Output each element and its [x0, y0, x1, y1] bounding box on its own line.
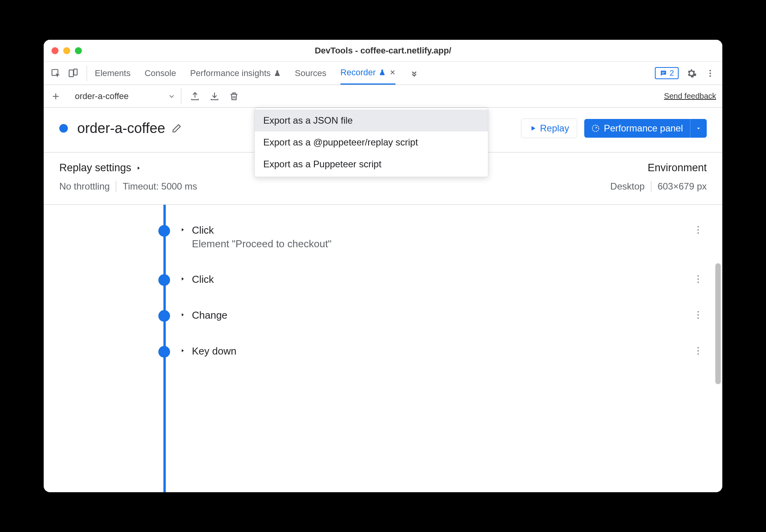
gauge-icon [591, 124, 600, 133]
chevron-down-icon [168, 92, 176, 100]
tab-label: Elements [95, 68, 131, 78]
recording-title-row: order-a-coffee Replay Performance panel … [44, 108, 722, 153]
svg-rect-4 [662, 73, 664, 73]
recording-status-dot [59, 124, 68, 133]
svg-point-5 [709, 70, 711, 71]
tab-elements[interactable]: Elements [95, 62, 131, 85]
svg-rect-1 [69, 70, 73, 76]
export-menu: Export as a JSON file Export as a @puppe… [254, 108, 488, 177]
flask-icon [379, 69, 386, 76]
more-tabs-button[interactable] [410, 62, 419, 85]
step-title: Click [192, 224, 722, 236]
step-subtitle: Element "Proceed to checkout" [192, 238, 722, 250]
performance-panel-button[interactable]: Performance panel [584, 119, 690, 138]
expand-step-icon[interactable] [179, 227, 186, 233]
step-menu-button[interactable]: ⋮ [693, 309, 703, 320]
step-row[interactable]: Change ⋮ [44, 298, 722, 333]
scrollbar-track[interactable] [715, 205, 722, 492]
device-value: Desktop [610, 181, 651, 192]
performance-dropdown-button[interactable] [690, 119, 707, 138]
tabs: Elements Console Performance insights So… [95, 62, 647, 85]
tab-label: Performance insights [190, 68, 271, 78]
inspect-element-icon[interactable] [50, 67, 62, 79]
steps-area: Click Element "Proceed to checkout" ⋮ Cl… [44, 205, 722, 492]
import-button[interactable] [209, 90, 220, 102]
viewport-value: 603×679 px [651, 181, 707, 192]
scrollbar-thumb[interactable] [715, 263, 721, 384]
throttling-value: No throttling [59, 181, 116, 192]
step-row[interactable]: Key down ⋮ [44, 333, 722, 369]
recording-name: order-a-coffee [75, 91, 129, 101]
edit-title-button[interactable] [171, 123, 182, 134]
step-title: Key down [192, 345, 722, 357]
step-dot [158, 346, 170, 358]
tab-label: Recorder [340, 67, 376, 78]
window-close-button[interactable] [51, 47, 59, 54]
expand-step-icon[interactable] [179, 312, 186, 318]
export-json-item[interactable]: Export as a JSON file [255, 110, 488, 131]
tab-sources[interactable]: Sources [295, 62, 326, 85]
tab-label: Sources [295, 68, 326, 78]
svg-point-7 [709, 75, 711, 77]
issues-badge[interactable]: 2 [655, 67, 679, 79]
export-puppeteer-item[interactable]: Export as a Puppeteer script [255, 153, 488, 175]
device-toolbar-icon[interactable] [67, 67, 79, 79]
play-icon [529, 124, 537, 132]
close-tab-icon[interactable]: ✕ [390, 68, 395, 77]
tab-console[interactable]: Console [145, 62, 176, 85]
tabs-bar: Elements Console Performance insights So… [44, 62, 722, 85]
more-menu-icon[interactable] [704, 67, 716, 79]
delete-button[interactable] [228, 90, 240, 102]
svg-rect-3 [662, 72, 665, 72]
step-title: Click [192, 273, 722, 286]
chevron-right-icon [135, 165, 142, 171]
timeout-value: Timeout: 5000 ms [116, 181, 203, 192]
window-minimize-button[interactable] [63, 47, 70, 54]
replay-label: Replay [540, 123, 569, 134]
environment-heading: Environment [610, 162, 707, 174]
new-recording-button[interactable] [50, 90, 62, 102]
step-row[interactable]: Click ⋮ [44, 262, 722, 298]
recording-selector[interactable]: order-a-coffee [69, 89, 181, 104]
step-row[interactable]: Click Element "Proceed to checkout" ⋮ [44, 213, 722, 262]
step-menu-button[interactable]: ⋮ [693, 224, 703, 235]
devtools-window: DevTools - coffee-cart.netlify.app/ Elem… [44, 40, 722, 492]
expand-step-icon[interactable] [179, 348, 186, 354]
step-dot [158, 225, 170, 237]
replay-button[interactable]: Replay [521, 119, 578, 138]
chat-icon [660, 69, 667, 77]
tab-label: Console [145, 68, 176, 78]
perf-label: Performance panel [604, 123, 683, 134]
environment-label: Environment [647, 162, 707, 174]
issues-count: 2 [670, 69, 674, 78]
titlebar: DevTools - coffee-cart.netlify.app/ [44, 40, 722, 62]
svg-point-6 [709, 73, 711, 74]
recorder-toolbar: order-a-coffee Send feedback [44, 85, 722, 108]
step-dot [158, 274, 170, 286]
settings-icon[interactable] [686, 67, 697, 79]
flask-icon [274, 70, 281, 77]
send-feedback-link[interactable]: Send feedback [664, 92, 716, 101]
tab-performance-insights[interactable]: Performance insights [190, 62, 281, 85]
window-title: DevTools - coffee-cart.netlify.app/ [315, 46, 451, 56]
window-maximize-button[interactable] [75, 47, 82, 54]
recording-title: order-a-coffee [77, 120, 165, 137]
step-menu-button[interactable]: ⋮ [693, 273, 703, 284]
step-menu-button[interactable]: ⋮ [693, 345, 703, 356]
export-button[interactable] [189, 90, 201, 102]
export-puppeteer-replay-item[interactable]: Export as a @puppeteer/replay script [255, 131, 488, 153]
expand-step-icon[interactable] [179, 276, 186, 282]
traffic-lights [51, 47, 82, 54]
svg-rect-2 [74, 69, 77, 75]
step-title: Change [192, 309, 722, 321]
replay-settings-label: Replay settings [59, 162, 131, 174]
tab-recorder[interactable]: Recorder ✕ [340, 62, 395, 85]
step-dot [158, 310, 170, 322]
